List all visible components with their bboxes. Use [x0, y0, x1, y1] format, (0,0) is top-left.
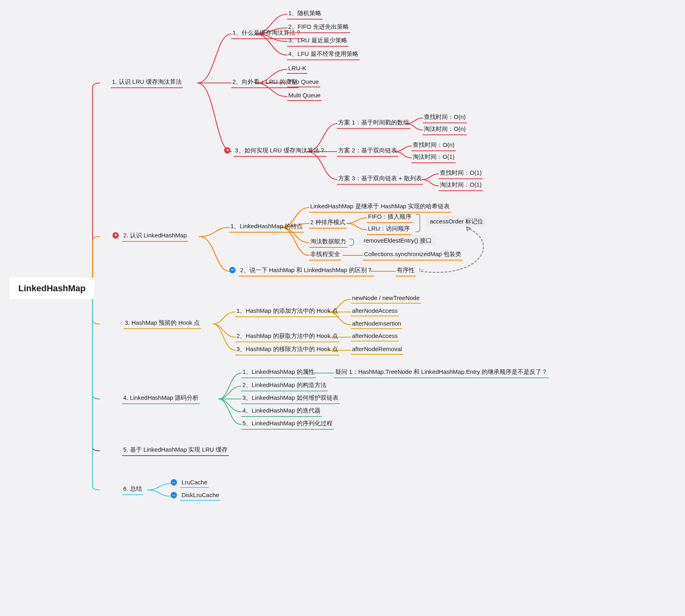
b3-c1-2[interactable]: afterNodeAccess [351, 307, 399, 316]
tag-removeeldest[interactable]: removeEldestEntry() 接口 [360, 237, 436, 245]
b3-c1-1[interactable]: newNode / newTreeNode [351, 294, 421, 304]
b4-c2[interactable]: 2、LinkedHashMap 的构造方法 [241, 381, 328, 391]
b2-c2[interactable]: 2、说一下 HashMap 和 LinkedHashMap 的区别？ [229, 267, 374, 276]
tag-accessorder[interactable]: accessOrder 标记位 [426, 218, 487, 225]
b3-c1[interactable]: 1、HashMap 的添加方法中的 Hook 点 [235, 307, 339, 317]
b1-c3[interactable]: 3、如何实现 LRU 缓存淘汰算法？ [224, 147, 327, 157]
branch-6[interactable]: 6. 总结 [122, 485, 143, 495]
b1-c1-1[interactable]: 1、随机策略 [287, 10, 323, 20]
branch-2[interactable]: 2. 认识 LinkedHashMap [112, 232, 188, 242]
b6-c2[interactable]: DiskLruCache [171, 492, 220, 501]
b3-c2-1[interactable]: afterNodeAccess [351, 332, 399, 342]
b1-c1-3[interactable]: 3、LRU 最近最少策略 [287, 37, 348, 47]
b4-c5[interactable]: 5、LinkedHashMap 的序列化过程 [241, 420, 334, 430]
b2-c1-2b[interactable]: LRU：访问顺序 [367, 225, 411, 235]
b1-c2-3[interactable]: Multi Queue [287, 92, 322, 101]
root-node[interactable]: LinkedHashMap [10, 278, 94, 299]
b3-c2[interactable]: 2、HashMap 的获取方法中的 Hook 点 [235, 332, 339, 342]
b2-c2a[interactable]: 有序性 ⊢ [396, 267, 424, 276]
b1-c3-3a[interactable]: 查找时间：O(1) [439, 169, 483, 179]
b2-c1[interactable]: 1、LinkedHashMap 的特点 [229, 223, 304, 233]
b1-c3-2b[interactable]: 淘汰时间：O(1) [411, 153, 456, 163]
b1-c2-2[interactable]: Two Queue [287, 78, 320, 87]
b1-c3-3[interactable]: 方案 3：基于双向链表 + 散列表 [337, 175, 423, 185]
b1-c3-3b[interactable]: 淘汰时间：O(1) [439, 181, 483, 191]
b1-c3-1[interactable]: 方案 1：基于时间戳的数组 [337, 119, 410, 129]
b6-c1[interactable]: LruCache [171, 479, 209, 488]
b3-c3[interactable]: 3、HashMap 的移除方法中的 Hook 点 [235, 346, 339, 355]
b1-c1-4[interactable]: 4、LFU 最不经常使用策略 [287, 50, 360, 60]
b3-c3-1[interactable]: afterNodeRemoval [351, 346, 403, 355]
b1-c3-1a[interactable]: 查找时间：O(n) [423, 113, 467, 123]
minus-icon [229, 267, 236, 273]
arrow-icon [171, 492, 177, 498]
b4-c3[interactable]: 3、LinkedHashMap 如何维护双链表 [241, 394, 340, 404]
branch-4[interactable]: 4. LinkedHashMap 源码分析 [122, 394, 200, 404]
branch-3[interactable]: 3. HashMap 预留的 Hook 点 [124, 319, 201, 329]
b2-c1-4[interactable]: 非线程安全 [309, 251, 341, 261]
b4-c1-1[interactable]: 疑问 1：HashMap.TreeNode 和 LinkedHashMap.En… [334, 368, 549, 378]
b1-c1-2[interactable]: 2、FIFO 先进先出策略 [287, 23, 350, 33]
star-icon [224, 147, 230, 154]
b1-c3-1b[interactable]: 淘汰时间：O(n) [423, 125, 467, 135]
arrow-icon [171, 479, 177, 486]
connector-svg [0, 0, 685, 616]
bracket-icon [349, 239, 354, 246]
b1-c2-1[interactable]: LRU-K [287, 65, 307, 74]
b4-c1[interactable]: 1、LinkedHashMap 的属性 [241, 368, 316, 378]
b2-c1-1[interactable]: LinkedHashMap 是继承于 HashMap 实现的哈希链表 [309, 203, 451, 213]
star-icon [112, 232, 119, 239]
branch-1[interactable]: 1. 认识 LRU 缓存淘汰算法 [111, 78, 183, 88]
b2-c1-4a[interactable]: Collections.synchronizedMap 包装类 [363, 251, 463, 261]
b2-c1-2[interactable]: 2 种排序模式 [309, 219, 346, 229]
branch-5[interactable]: 5. 基于 LinkedHashMap 实现 LRU 缓存 [122, 446, 229, 456]
b1-c3-2a[interactable]: 查找时间：O(n) [411, 141, 456, 151]
b2-c1-3[interactable]: 淘汰数据能力 [309, 238, 347, 248]
b3-c1-3[interactable]: afterNodeInsertion [351, 320, 402, 329]
b2-c1-2a[interactable]: FIFO：插入顺序 [367, 213, 413, 223]
bracket-icon [415, 214, 420, 232]
b4-c4[interactable]: 4、LinkedHashMap 的迭代器 [241, 407, 322, 417]
b1-c3-2[interactable]: 方案 2：基于双向链表 [337, 147, 398, 157]
